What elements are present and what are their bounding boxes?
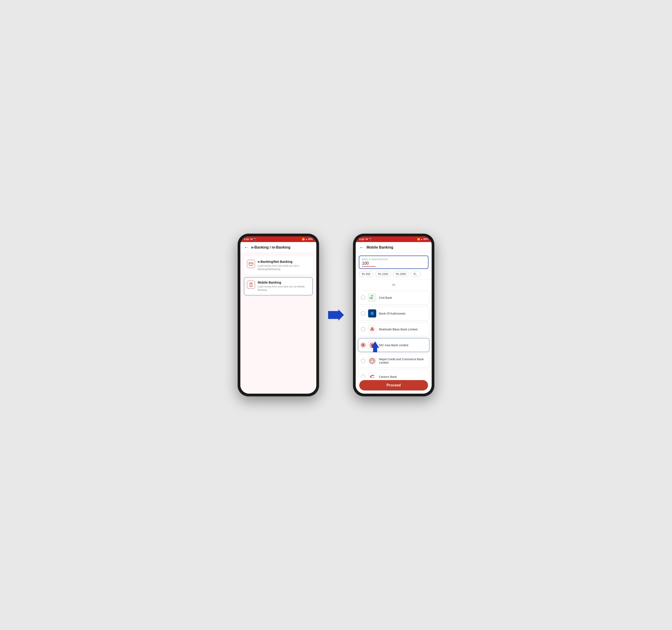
transition-arrow: [328, 309, 344, 321]
top-bar-1: ← e-Banking / m-Banking: [240, 242, 316, 253]
quick-btn-1000[interactable]: Rs 1000: [375, 271, 391, 277]
status-bar-2: 5:55 २७ 📷 📶 ▲ 60%: [356, 236, 432, 242]
bank-row-century[interactable]: Century Bank: [358, 370, 429, 378]
radio-muktinath[interactable]: [361, 327, 365, 331]
status-bar-1: 5:55 २७ 📷 📶 ▲ 60%: [240, 236, 316, 242]
top-bar-2: ← Mobile Banking: [356, 242, 432, 253]
amount-section: Enter or Select Amount 100 Rs 500 Rs 100…: [356, 253, 432, 279]
carrier-1: २७: [250, 238, 253, 241]
phone-2-screen: 5:55 २७ 📷 📶 ▲ 60% ← Mobile Banking: [356, 236, 432, 394]
status-right-2: 📶 ▲ 60%: [417, 238, 428, 241]
bank-row-bok[interactable]: Bank Of Kathmandu: [358, 306, 429, 321]
mbanking-option[interactable]: Mobile Banking Load money from your bank…: [244, 277, 313, 295]
bank-row-civil[interactable]: CB Civil Bank: [358, 291, 429, 305]
phone-2: 5:55 २७ 📷 📶 ▲ 60% ← Mobile Banking: [353, 234, 434, 396]
civil-bank-name: Civil Bank: [379, 296, 427, 299]
scene: 5:55 २७ 📷 📶 ▲ 60% ← e-Banking / m-Bankin…: [238, 234, 434, 396]
proceed-bar: Proceed: [356, 378, 432, 394]
screen1-content: e-Banking/Net Banking Load money from yo…: [240, 253, 316, 394]
quick-btn-more[interactable]: R...: [411, 271, 421, 277]
amount-value[interactable]: 100: [362, 261, 376, 267]
radio-ncc[interactable]: [361, 359, 365, 363]
status-right-1: 📶 ▲ 60%: [302, 238, 313, 241]
camera-icon-1: 📷: [254, 238, 257, 241]
up-arrow-overlay: [371, 342, 379, 352]
status-left-2: 5:55 २७ 📷: [359, 238, 372, 241]
svg-rect-0: [249, 262, 253, 265]
time-2: 5:55: [359, 238, 364, 241]
up-arrow-icon: [371, 342, 379, 348]
ncc-logo: [368, 357, 376, 365]
proceed-button[interactable]: Proceed: [359, 380, 428, 390]
bank-row-nic[interactable]: NIC Asia Bank Limited: [358, 338, 429, 352]
century-bank-name: Century Bank: [379, 375, 427, 378]
back-button-1[interactable]: ←: [244, 245, 248, 250]
amount-input-wrapper[interactable]: Enter or Select Amount 100: [359, 256, 429, 269]
camera-icon-2: 📷: [369, 238, 372, 241]
radio-civil[interactable]: [361, 295, 365, 300]
battery-1: 60%: [308, 238, 313, 241]
svg-text:CB: CB: [369, 297, 373, 299]
back-button-2[interactable]: ←: [359, 245, 364, 250]
carrier-2: २७: [365, 238, 368, 241]
radio-nic[interactable]: [361, 343, 365, 347]
ebanking-option[interactable]: e-Banking/Net Banking Load money from yo…: [244, 256, 313, 275]
phone-1-screen: 5:55 २७ 📷 📶 ▲ 60% ← e-Banking / m-Bankin…: [240, 236, 316, 394]
quick-amounts: Rs 500 Rs 1000 Rs 2000 R...: [359, 271, 429, 277]
bok-logo: [368, 309, 376, 318]
amount-label: Enter or Select Amount: [362, 258, 425, 260]
muktinath-bank-name: Muktinath Bikas Bank Limited: [379, 328, 427, 331]
radio-century[interactable]: [361, 374, 365, 378]
mbanking-text: Mobile Banking Load money from your bank…: [258, 281, 310, 292]
svg-rect-6: [250, 283, 251, 284]
century-logo: [368, 373, 376, 378]
phone-1: 5:55 २७ 📷 📶 ▲ 60% ← e-Banking / m-Bankin…: [238, 234, 319, 396]
page-title-1: e-Banking / m-Banking: [251, 245, 290, 250]
screen2-content: Enter or Select Amount 100 Rs 500 Rs 100…: [356, 253, 432, 394]
mbanking-desc: Load money from your bank a/c via Mobile…: [258, 285, 310, 292]
bank-list: CB Civil Bank: [356, 279, 432, 378]
muktinath-logo: [368, 325, 376, 333]
wifi-icon-2: ▲: [421, 238, 423, 241]
ncc-bank-name: Nepal Credit and Commerce Bank Limited: [379, 357, 427, 364]
scroll-indicator: [358, 281, 429, 289]
time-1: 5:55: [244, 238, 249, 241]
nic-bank-name: NIC Asia Bank Limited: [379, 344, 427, 347]
page-title-2: Mobile Banking: [366, 245, 393, 250]
signal-icon-1: 📶: [302, 238, 305, 241]
quick-btn-2000[interactable]: Rs 2000: [393, 271, 409, 277]
right-arrow-icon: [328, 309, 344, 321]
bok-bank-name: Bank Of Kathmandu: [379, 312, 427, 315]
up-arrow-stem: [373, 348, 377, 352]
mbanking-icon: [247, 281, 255, 289]
wifi-icon-1: ▲: [305, 238, 308, 241]
ebanking-title: e-Banking/Net Banking: [258, 260, 310, 263]
signal-icon-2: 📶: [417, 238, 420, 241]
ebanking-text: e-Banking/Net Banking Load money from yo…: [258, 260, 310, 271]
ebanking-icon: [247, 260, 255, 268]
radio-bok[interactable]: [361, 311, 365, 316]
bank-row-ncc[interactable]: Nepal Credit and Commerce Bank Limited: [358, 354, 429, 368]
ebanking-desc: Load money from your bank a/c via e-Bank…: [258, 264, 310, 271]
bank-row-muktinath[interactable]: Muktinath Bikas Bank Limited: [358, 322, 429, 336]
status-left-1: 5:55 २७ 📷: [244, 238, 257, 241]
mbanking-title: Mobile Banking: [258, 281, 310, 284]
battery-2: 60%: [424, 238, 428, 241]
civil-bank-logo: CB: [368, 294, 376, 302]
quick-btn-500[interactable]: Rs 500: [359, 271, 373, 277]
